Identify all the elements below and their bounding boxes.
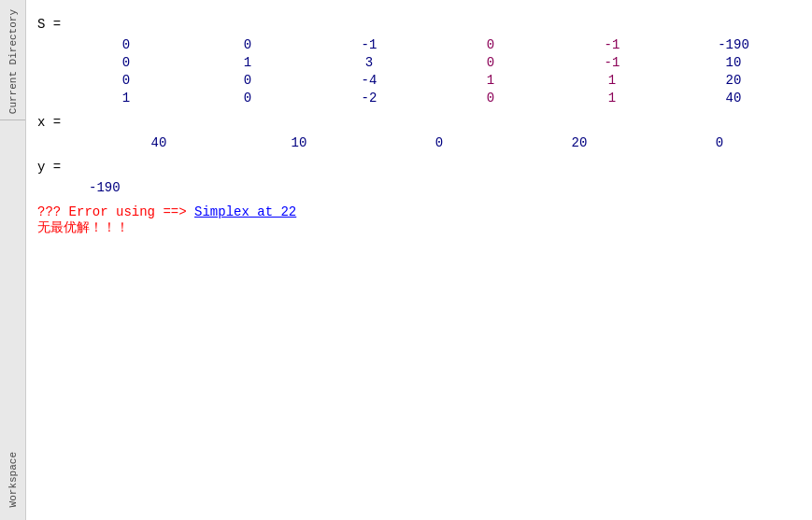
x-vector: 40100200: [89, 135, 801, 150]
matrix-cell: -4: [308, 73, 430, 88]
matrix-cell: 0: [187, 37, 308, 52]
vector-cell: 10: [229, 135, 369, 150]
vector-cell: 40: [89, 135, 229, 150]
x-section: x = 40100200: [37, 115, 801, 150]
side-panel: Current Directory Workspace: [0, 0, 26, 520]
vector-cell: 0: [649, 135, 790, 150]
S-matrix: 00-10-1-1900130-11000-4112010-20140: [65, 37, 801, 105]
matrix-cell: 1: [187, 55, 308, 70]
matrix-cell: 3: [308, 55, 430, 70]
matrix-cell: 40: [673, 91, 794, 105]
matrix-cell: -1: [308, 37, 430, 52]
matrix-cell: 0: [65, 37, 187, 52]
current-directory-label: Current Directory: [7, 4, 19, 119]
error-text: ??? Error using ==>: [37, 204, 194, 219]
matrix-cell: -1: [551, 37, 673, 52]
error-line: ??? Error using ==> Simplex at 22: [37, 204, 801, 219]
matrix-cell: 0: [187, 73, 308, 88]
matrix-cell: 0: [430, 55, 551, 70]
main-content: S = 00-10-1-1900130-11000-4112010-20140 …: [26, 0, 812, 520]
x-label: x =: [37, 115, 801, 130]
error-link[interactable]: Simplex at 22: [194, 204, 296, 219]
vector-cell: 20: [509, 135, 649, 150]
matrix-cell: 0: [430, 91, 551, 105]
matrix-cell: 1: [551, 73, 673, 88]
S-section: S = 00-10-1-1900130-11000-4112010-20140: [37, 17, 801, 105]
matrix-row: 00-41120: [65, 73, 801, 88]
y-value: -190: [89, 180, 121, 195]
matrix-cell: 0: [430, 37, 551, 52]
workspace-label: Workspace: [7, 446, 19, 513]
error-chinese: 无最优解！！！: [37, 219, 801, 236]
matrix-cell: 20: [673, 73, 794, 88]
matrix-cell: 0: [187, 91, 308, 105]
y-section: y = -190: [37, 160, 801, 195]
matrix-cell: 1: [65, 91, 187, 105]
vector-row: 40100200: [89, 135, 801, 150]
side-divider: [0, 119, 25, 120]
matrix-row: 0130-110: [65, 55, 801, 70]
S-label: S =: [37, 17, 801, 32]
matrix-cell: 1: [430, 73, 551, 88]
matrix-cell: 0: [65, 73, 187, 88]
matrix-row: 00-10-1-190: [65, 37, 801, 52]
matrix-row: 10-20140: [65, 91, 801, 105]
y-label: y =: [37, 160, 801, 175]
matrix-cell: 10: [673, 55, 794, 70]
vector-cell: 0: [369, 135, 509, 150]
error-section: ??? Error using ==> Simplex at 22 无最优解！！…: [37, 204, 801, 236]
y-scalar: -190: [89, 180, 801, 195]
matrix-cell: -1: [551, 55, 673, 70]
matrix-cell: -2: [308, 91, 430, 105]
matrix-cell: -190: [673, 37, 794, 52]
matrix-cell: 1: [551, 91, 673, 105]
matrix-cell: 0: [65, 55, 187, 70]
